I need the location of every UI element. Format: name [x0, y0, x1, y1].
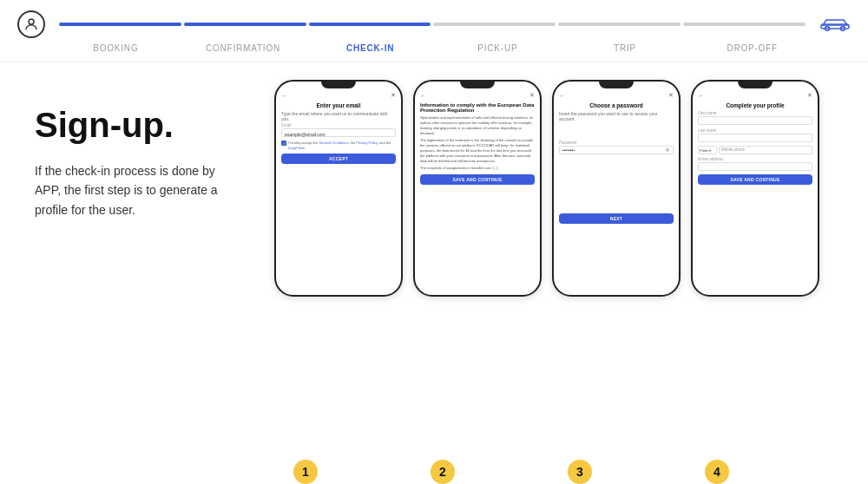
phone-1-title: Enter your email: [281, 102, 396, 108]
avatar: [17, 10, 45, 38]
phones-container: ← ✕ Enter your email Type the email wher…: [260, 71, 833, 297]
phone-4-firstname-label: First name: [698, 111, 812, 115]
eye-icon[interactable]: 👁: [665, 147, 670, 153]
step-item-3: 3 Set the credentials for the email and …: [568, 460, 696, 484]
phone-1-subtitle: Type the email where you want us to comm…: [281, 111, 396, 121]
phone-4-screen: ← ✕ Complete your profile First name Las…: [693, 88, 818, 295]
phone-1-notch: [321, 82, 356, 88]
phone-2-screen: ← ✕ Information to comply with the Europ…: [415, 88, 540, 295]
phone-1-email-input[interactable]: example@email.com: [281, 128, 396, 137]
progress-seg-checkin: [309, 23, 431, 26]
step-label-booking: BOOKING: [52, 43, 180, 53]
phone-3-next-button[interactable]: NEXT: [559, 213, 674, 224]
phone-1-back[interactable]: ←: [281, 93, 287, 99]
phone-1-email-label: Email: [281, 123, 396, 128]
phone-4-lastname-input[interactable]: [698, 134, 812, 142]
phone-4-notch: [738, 82, 773, 88]
phone-4-firstname-input[interactable]: [698, 116, 812, 125]
phone-1-legal-text: I hereby accept the General Conditions, …: [288, 141, 396, 150]
phone-3-subtitle: Insert the password you want to use to a…: [559, 111, 674, 121]
phone-2-body: Optimization and implementation of safe …: [420, 115, 535, 136]
step-label-checkin: CHECK-IN: [306, 43, 434, 53]
page-description: If the check-in process is done by APP, …: [35, 161, 243, 219]
phone-4-prefix-select[interactable]: Prefix ▾: [698, 146, 717, 154]
step-label-trip: TRIP: [562, 43, 689, 53]
phone-3-password-input[interactable]: •••••••• 👁: [559, 146, 674, 154]
phone-1-close[interactable]: ✕: [391, 92, 396, 99]
phone-2: ← ✕ Information to comply with the Europ…: [413, 80, 542, 297]
phone-4-close[interactable]: ✕: [807, 92, 812, 99]
phone-3-title: Choose a password: [559, 102, 674, 108]
phone-4-address-input[interactable]: [698, 162, 812, 171]
phone-2-title: Information to comply with the European …: [420, 102, 535, 113]
phone-4: ← ✕ Complete your profile First name Las…: [691, 80, 819, 297]
step-2-badge: 2: [431, 460, 455, 484]
phone-2-back[interactable]: ←: [420, 93, 426, 99]
progress-seg-pickup: [433, 23, 556, 26]
phone-1-checkbox-row: ✓ I hereby accept the General Conditions…: [281, 141, 396, 150]
step-4-badge: 4: [705, 460, 729, 484]
phone-3-close[interactable]: ✕: [668, 92, 674, 99]
divider: [0, 62, 868, 62]
step-item-4: 4 Completing required personal data: [705, 460, 833, 484]
phone-4-lastname-label: Last name: [698, 128, 812, 133]
phone-2-body2: The legitimation of the treatment is the…: [420, 138, 535, 164]
phone-4-save-button[interactable]: SAVE AND CONTINUE: [698, 174, 812, 185]
phone-2-close[interactable]: ✕: [529, 92, 535, 99]
left-section: Sign-up. If the check-in process is done…: [35, 71, 260, 219]
phone-2-notch: [460, 82, 495, 88]
step-label-dropoff: DROP-OFF: [688, 43, 816, 53]
phone-2-body3: The recipients of assignments or transfe…: [420, 166, 535, 171]
progress-seg-confirmation: [184, 23, 306, 26]
car-icon: [819, 14, 851, 35]
step-item-2: 2 Accept legal terms and conditions from…: [431, 460, 559, 484]
top-nav: [0, 0, 868, 38]
step-labels: BOOKING CONFIRMATION CHECK-IN PICK-UP TR…: [0, 38, 868, 62]
svg-point-0: [29, 19, 34, 24]
step-3-badge: 3: [568, 460, 592, 484]
phone-3-screen: ← ✕ Choose a password Insert the passwor…: [554, 88, 679, 295]
phone-1-checkbox[interactable]: ✓: [281, 141, 286, 146]
phone-3-back[interactable]: ←: [559, 93, 565, 99]
phone-1-screen: ← ✕ Enter your email Type the email wher…: [276, 88, 401, 295]
progress-seg-trip: [558, 23, 681, 26]
phone-4-title: Complete your profile: [698, 102, 812, 108]
phone-3-password-label: Password: [559, 141, 674, 145]
main-content: Sign-up. If the check-in process is done…: [0, 71, 868, 453]
progress-seg-booking: [59, 23, 181, 26]
progress-bar: [59, 23, 806, 26]
phone-4-address-label: Home address: [698, 157, 812, 161]
steps-row: 1 Link to download the app, the email ne…: [0, 453, 868, 484]
phone-2-save-button[interactable]: SAVE AND CONTINUE: [420, 174, 535, 185]
phone-4-back[interactable]: ←: [698, 93, 704, 99]
progress-seg-dropoff: [683, 23, 806, 26]
step-1-badge: 1: [293, 460, 318, 484]
step-item-1: 1 Link to download the app, the email ne…: [293, 460, 422, 484]
step-label-confirmation: CONFIRMATION: [180, 43, 307, 53]
phone-1-accept-button[interactable]: ACCEPT: [281, 154, 396, 164]
phone-3-notch: [599, 82, 634, 88]
step-label-pickup: PICK-UP: [434, 43, 562, 53]
phone-3: ← ✕ Choose a password Insert the passwor…: [552, 80, 681, 297]
phone-4-phone-row: Prefix ▾ Mobile phone: [698, 146, 812, 154]
page-title: Sign-up.: [35, 106, 243, 144]
phone-1: ← ✕ Enter your email Type the email wher…: [274, 80, 403, 297]
